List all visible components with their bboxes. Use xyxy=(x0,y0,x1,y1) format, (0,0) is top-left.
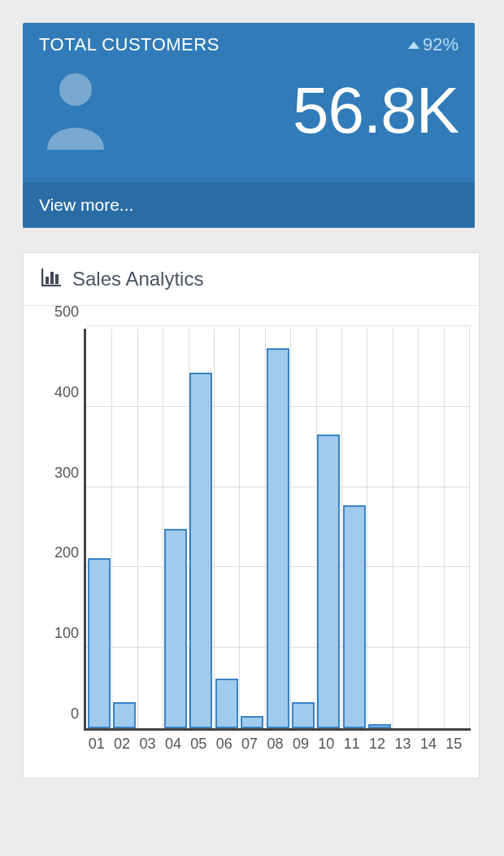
chart-bar xyxy=(88,558,111,728)
chart-y-tick: 400 xyxy=(54,383,79,400)
chart-x-tick: 09 xyxy=(293,736,309,753)
chart-bar xyxy=(113,702,136,728)
chart-x-tick: 08 xyxy=(267,736,283,753)
chart-y-tick: 100 xyxy=(54,625,79,642)
chart-x-tick: 15 xyxy=(445,736,462,753)
chart-x-tick: 10 xyxy=(318,736,334,753)
svg-rect-1 xyxy=(41,269,43,286)
chart-bar xyxy=(292,702,315,728)
panel-header: Sales Analytics xyxy=(24,253,479,306)
chart-x-tick: 13 xyxy=(394,736,411,753)
svg-rect-3 xyxy=(46,277,49,284)
chart-x-tick: 11 xyxy=(344,736,360,753)
chart-x-tick: 05 xyxy=(190,736,206,753)
chart-vgrid xyxy=(239,329,240,728)
chart-vgrid xyxy=(137,329,138,728)
chart-plot-area xyxy=(84,329,471,731)
chart-vgrid xyxy=(111,329,112,728)
chart-bar xyxy=(164,529,187,728)
stat-card-total-customers: TOTAL CUSTOMERS 92% 56.8K View more... xyxy=(23,23,475,228)
view-more-button[interactable]: View more... xyxy=(23,182,475,228)
stat-card-title: TOTAL CUSTOMERS xyxy=(39,34,219,55)
chart-y-tick: 0 xyxy=(71,705,79,723)
chart-bar xyxy=(241,716,263,728)
chart-y-tick: 300 xyxy=(54,464,79,481)
chart-gridline xyxy=(86,325,471,326)
chart-bar xyxy=(343,505,366,728)
svg-rect-4 xyxy=(50,272,54,284)
chart-x-tick: 03 xyxy=(139,736,155,753)
chart-vgrid xyxy=(444,329,445,728)
chart-vgrid xyxy=(418,329,419,728)
chart-x-axis: 010203040506070809101112131415 xyxy=(84,731,471,760)
chart-x-tick: 06 xyxy=(216,736,232,753)
chart-vgrid xyxy=(393,329,393,728)
chart-x-tick: 04 xyxy=(165,736,181,753)
chart-bar xyxy=(267,348,289,728)
sales-analytics-panel: Sales Analytics 0100200300400500 0102030… xyxy=(23,252,480,779)
user-icon xyxy=(39,68,112,153)
chart-y-axis: 0100200300400500 xyxy=(41,329,84,731)
chart-vgrid xyxy=(214,329,215,728)
svg-rect-5 xyxy=(55,274,59,284)
bar-chart-icon xyxy=(41,269,61,290)
svg-point-0 xyxy=(59,73,92,106)
chart-y-tick: 500 xyxy=(54,304,79,321)
sales-analytics-chart: 0100200300400500 01020304050607080910111… xyxy=(41,329,471,760)
chart-vgrid xyxy=(367,329,367,728)
panel-body: 0100200300400500 01020304050607080910111… xyxy=(24,306,479,778)
stat-card-change: 92% xyxy=(408,34,458,55)
chart-x-tick: 01 xyxy=(89,736,105,753)
chart-x-tick: 02 xyxy=(114,736,130,753)
chart-vgrid xyxy=(469,329,470,728)
svg-rect-2 xyxy=(41,285,61,286)
chart-x-tick: 14 xyxy=(420,736,437,753)
chart-bar xyxy=(368,724,391,728)
chart-vgrid xyxy=(290,329,291,728)
chart-bar xyxy=(215,679,238,728)
caret-up-icon xyxy=(408,41,419,49)
chart-x-tick: 07 xyxy=(241,736,258,753)
panel-title: Sales Analytics xyxy=(72,268,203,290)
chart-bar xyxy=(317,435,340,728)
chart-bar xyxy=(189,373,212,728)
chart-y-tick: 200 xyxy=(54,544,79,561)
stat-card-header: TOTAL CUSTOMERS 92% xyxy=(23,23,475,63)
stat-card-change-value: 92% xyxy=(423,34,458,55)
chart-x-tick: 12 xyxy=(369,736,385,753)
stat-card-body: 56.8K xyxy=(23,63,475,182)
stat-card-value: 56.8K xyxy=(293,73,458,148)
